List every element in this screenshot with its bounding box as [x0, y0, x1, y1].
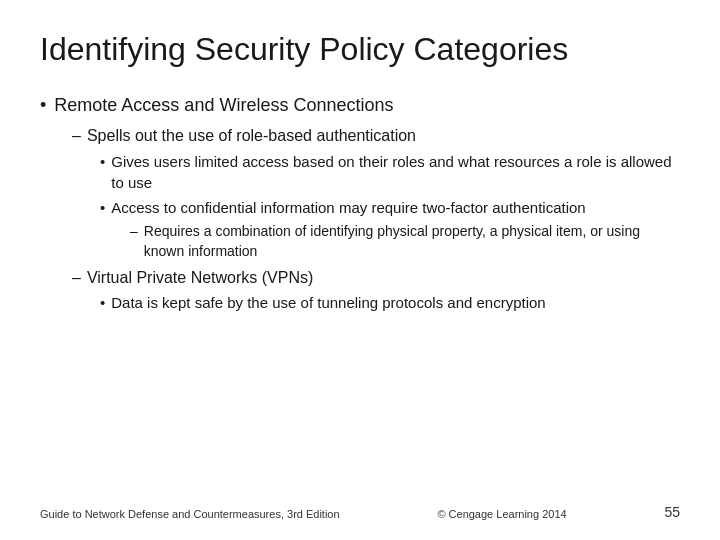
level2-item-1: – Spells out the use of role-based authe… — [72, 124, 680, 147]
dash-icon-2: – — [130, 221, 138, 241]
level1-item-1: • Remote Access and Wireless Connections — [40, 92, 680, 118]
level4-text-1: Requires a combination of identifying ph… — [144, 221, 680, 262]
level3-text-1: Gives users limited access based on thei… — [111, 151, 680, 195]
dash-icon-3: – — [72, 266, 81, 289]
level3-item-1: • Gives users limited access based on th… — [100, 151, 680, 195]
footer-center-text: © Cengage Learning 2014 — [437, 508, 566, 520]
slide-title: Identifying Security Policy Categories — [40, 30, 680, 68]
slide-container: Identifying Security Policy Categories •… — [0, 0, 720, 540]
slide-footer: Guide to Network Defense and Countermeas… — [40, 496, 680, 520]
dash-icon-1: – — [72, 124, 81, 147]
level3-text-3: Data is kept safe by the use of tunnelin… — [111, 292, 545, 314]
footer-left-text: Guide to Network Defense and Countermeas… — [40, 508, 340, 520]
level3-item-2: • Access to confidential information may… — [100, 197, 680, 219]
bullet-icon-1: • — [40, 92, 46, 118]
level2-text-2: Virtual Private Networks (VPNs) — [87, 266, 313, 289]
level4-item-1: – Requires a combination of identifying … — [130, 221, 680, 262]
bullet-icon-3: • — [100, 197, 105, 219]
level3-item-3: • Data is kept safe by the use of tunnel… — [100, 292, 680, 314]
level2-item-2: – Virtual Private Networks (VPNs) — [72, 266, 680, 289]
footer-page-number: 55 — [664, 504, 680, 520]
bullet-icon-2: • — [100, 151, 105, 173]
level2-text-1: Spells out the use of role-based authent… — [87, 124, 416, 147]
level3-text-2: Access to confidential information may r… — [111, 197, 585, 219]
bullet-icon-4: • — [100, 292, 105, 314]
level1-text-1: Remote Access and Wireless Connections — [54, 92, 393, 118]
slide-content: • Remote Access and Wireless Connections… — [40, 92, 680, 496]
